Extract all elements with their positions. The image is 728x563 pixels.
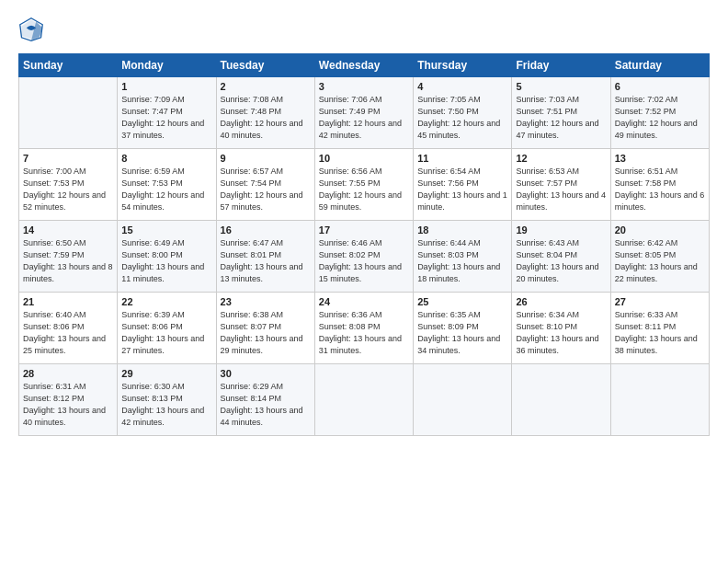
calendar-cell: 10Sunrise: 6:56 AMSunset: 7:55 PMDayligh… <box>314 149 413 221</box>
calendar-cell <box>19 77 118 149</box>
calendar-cell: 2Sunrise: 7:08 AMSunset: 7:48 PMDaylight… <box>216 77 314 149</box>
day-number: 19 <box>516 224 606 236</box>
calendar-cell: 9Sunrise: 6:57 AMSunset: 7:54 PMDaylight… <box>216 149 314 221</box>
calendar-cell: 21Sunrise: 6:40 AMSunset: 8:06 PMDayligh… <box>19 293 118 364</box>
calendar-cell: 12Sunrise: 6:53 AMSunset: 7:57 PMDayligh… <box>512 149 610 221</box>
calendar-cell: 14Sunrise: 6:50 AMSunset: 7:59 PMDayligh… <box>19 221 118 293</box>
day-number: 20 <box>615 224 705 236</box>
day-number: 28 <box>23 368 113 379</box>
logo <box>18 17 48 42</box>
day-info: Sunrise: 6:30 AMSunset: 8:13 PMDaylight:… <box>121 381 211 429</box>
day-info: Sunrise: 6:47 AMSunset: 8:01 PMDaylight:… <box>221 237 311 285</box>
calendar-cell: 23Sunrise: 6:38 AMSunset: 8:07 PMDayligh… <box>216 293 314 364</box>
calendar-cell: 17Sunrise: 6:46 AMSunset: 8:02 PMDayligh… <box>314 221 413 293</box>
calendar-cell: 19Sunrise: 6:43 AMSunset: 8:04 PMDayligh… <box>512 221 610 293</box>
calendar-cell: 11Sunrise: 6:54 AMSunset: 7:56 PMDayligh… <box>414 149 512 221</box>
logo-icon <box>18 17 44 42</box>
day-number: 2 <box>221 81 311 92</box>
calendar-cell: 30Sunrise: 6:29 AMSunset: 8:14 PMDayligh… <box>216 364 314 436</box>
day-number: 12 <box>516 153 606 164</box>
week-row-3: 14Sunrise: 6:50 AMSunset: 7:59 PMDayligh… <box>19 221 710 293</box>
day-number: 30 <box>221 368 311 379</box>
day-info: Sunrise: 6:40 AMSunset: 8:06 PMDaylight:… <box>23 309 113 357</box>
calendar-cell: 22Sunrise: 6:39 AMSunset: 8:06 PMDayligh… <box>118 293 216 364</box>
day-number: 10 <box>319 153 409 164</box>
day-info: Sunrise: 6:46 AMSunset: 8:02 PMDaylight:… <box>319 237 409 285</box>
day-number: 14 <box>23 224 113 236</box>
calendar-cell: 7Sunrise: 7:00 AMSunset: 7:53 PMDaylight… <box>19 149 118 221</box>
page-header <box>18 17 710 42</box>
calendar-header-row: SundayMondayTuesdayWednesdayThursdayFrid… <box>19 54 710 77</box>
day-number: 22 <box>121 296 211 307</box>
calendar-cell: 5Sunrise: 7:03 AMSunset: 7:51 PMDaylight… <box>512 77 610 149</box>
day-number: 8 <box>121 153 211 164</box>
day-info: Sunrise: 7:08 AMSunset: 7:48 PMDaylight:… <box>221 94 311 142</box>
week-row-4: 21Sunrise: 6:40 AMSunset: 8:06 PMDayligh… <box>19 293 710 364</box>
day-number: 27 <box>615 296 705 307</box>
calendar-cell: 3Sunrise: 7:06 AMSunset: 7:49 PMDaylight… <box>314 77 413 149</box>
day-number: 26 <box>516 296 606 307</box>
column-header-sunday: Sunday <box>19 54 118 77</box>
day-info: Sunrise: 7:02 AMSunset: 7:52 PMDaylight:… <box>615 94 705 142</box>
day-info: Sunrise: 6:42 AMSunset: 8:05 PMDaylight:… <box>615 237 705 285</box>
day-info: Sunrise: 6:54 AMSunset: 7:56 PMDaylight:… <box>417 166 507 213</box>
day-info: Sunrise: 6:38 AMSunset: 8:07 PMDaylight:… <box>221 309 311 357</box>
day-info: Sunrise: 6:56 AMSunset: 7:55 PMDaylight:… <box>319 166 409 213</box>
day-info: Sunrise: 7:06 AMSunset: 7:49 PMDaylight:… <box>319 94 409 142</box>
calendar-cell: 25Sunrise: 6:35 AMSunset: 8:09 PMDayligh… <box>414 293 512 364</box>
calendar-cell: 27Sunrise: 6:33 AMSunset: 8:11 PMDayligh… <box>610 293 709 364</box>
calendar-cell <box>314 364 413 436</box>
calendar-cell: 4Sunrise: 7:05 AMSunset: 7:50 PMDaylight… <box>414 77 512 149</box>
calendar-cell <box>610 364 709 436</box>
column-header-friday: Friday <box>512 54 610 77</box>
day-number: 4 <box>417 81 507 92</box>
day-number: 9 <box>221 153 311 164</box>
day-info: Sunrise: 6:34 AMSunset: 8:10 PMDaylight:… <box>516 309 606 357</box>
day-number: 1 <box>121 81 211 92</box>
day-number: 15 <box>121 224 211 236</box>
day-info: Sunrise: 7:09 AMSunset: 7:47 PMDaylight:… <box>121 94 211 142</box>
column-header-thursday: Thursday <box>414 54 512 77</box>
week-row-1: 1Sunrise: 7:09 AMSunset: 7:47 PMDaylight… <box>19 77 710 149</box>
column-header-tuesday: Tuesday <box>216 54 314 77</box>
day-info: Sunrise: 6:51 AMSunset: 7:58 PMDaylight:… <box>615 166 705 213</box>
calendar-cell: 16Sunrise: 6:47 AMSunset: 8:01 PMDayligh… <box>216 221 314 293</box>
day-number: 24 <box>319 296 409 307</box>
calendar-cell: 13Sunrise: 6:51 AMSunset: 7:58 PMDayligh… <box>610 149 709 221</box>
calendar-cell: 18Sunrise: 6:44 AMSunset: 8:03 PMDayligh… <box>414 221 512 293</box>
day-info: Sunrise: 6:29 AMSunset: 8:14 PMDaylight:… <box>221 381 311 429</box>
week-row-5: 28Sunrise: 6:31 AMSunset: 8:12 PMDayligh… <box>19 364 710 436</box>
calendar-cell: 6Sunrise: 7:02 AMSunset: 7:52 PMDaylight… <box>610 77 709 149</box>
day-number: 23 <box>221 296 311 307</box>
day-info: Sunrise: 7:00 AMSunset: 7:53 PMDaylight:… <box>23 166 113 213</box>
day-info: Sunrise: 6:33 AMSunset: 8:11 PMDaylight:… <box>615 309 705 357</box>
column-header-saturday: Saturday <box>610 54 709 77</box>
day-number: 6 <box>615 81 705 92</box>
day-number: 16 <box>221 224 311 236</box>
day-info: Sunrise: 6:39 AMSunset: 8:06 PMDaylight:… <box>121 309 211 357</box>
calendar-cell <box>512 364 610 436</box>
day-number: 17 <box>319 224 409 236</box>
day-number: 11 <box>417 153 507 164</box>
day-number: 25 <box>417 296 507 307</box>
calendar-table: SundayMondayTuesdayWednesdayThursdayFrid… <box>18 53 710 436</box>
day-number: 13 <box>615 153 705 164</box>
day-number: 29 <box>121 368 211 379</box>
day-info: Sunrise: 6:49 AMSunset: 8:00 PMDaylight:… <box>121 237 211 285</box>
column-header-monday: Monday <box>118 54 216 77</box>
week-row-2: 7Sunrise: 7:00 AMSunset: 7:53 PMDaylight… <box>19 149 710 221</box>
calendar-cell: 26Sunrise: 6:34 AMSunset: 8:10 PMDayligh… <box>512 293 610 364</box>
day-number: 21 <box>23 296 113 307</box>
day-info: Sunrise: 6:31 AMSunset: 8:12 PMDaylight:… <box>23 381 113 429</box>
day-info: Sunrise: 6:35 AMSunset: 8:09 PMDaylight:… <box>417 309 507 357</box>
day-info: Sunrise: 6:53 AMSunset: 7:57 PMDaylight:… <box>516 166 606 213</box>
day-info: Sunrise: 6:57 AMSunset: 7:54 PMDaylight:… <box>221 166 311 213</box>
calendar-cell <box>414 364 512 436</box>
calendar-cell: 8Sunrise: 6:59 AMSunset: 7:53 PMDaylight… <box>118 149 216 221</box>
day-info: Sunrise: 6:50 AMSunset: 7:59 PMDaylight:… <box>23 237 113 285</box>
calendar-cell: 20Sunrise: 6:42 AMSunset: 8:05 PMDayligh… <box>610 221 709 293</box>
column-header-wednesday: Wednesday <box>314 54 413 77</box>
day-number: 5 <box>516 81 606 92</box>
day-number: 3 <box>319 81 409 92</box>
day-info: Sunrise: 6:59 AMSunset: 7:53 PMDaylight:… <box>121 166 211 213</box>
